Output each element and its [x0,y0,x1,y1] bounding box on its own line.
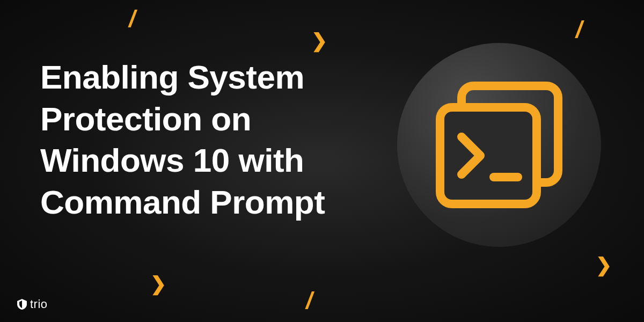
terminal-icon [424,70,574,220]
shield-icon [17,299,27,310]
brand-name: trio [30,297,48,311]
chevron-right-icon: ❯ [311,30,327,52]
brand-logo: trio [17,297,48,311]
slash-decoration: / [576,16,582,43]
chevron-right-icon: ❯ [150,273,166,295]
page-title: Enabling System Protection on Windows 10… [40,56,325,223]
svg-rect-1 [440,107,537,204]
chevron-right-icon: ❯ [596,254,612,276]
slash-decoration: / [129,5,135,32]
slash-decoration: / [306,287,312,314]
